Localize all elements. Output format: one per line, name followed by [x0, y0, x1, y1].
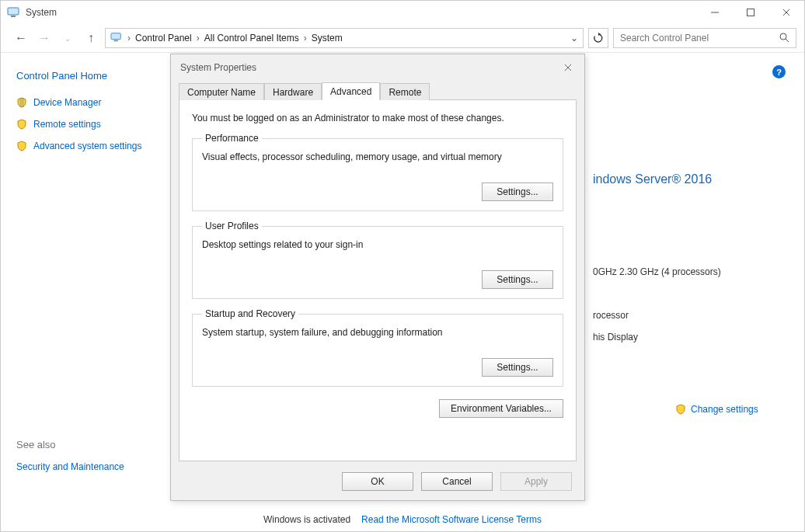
user-profiles-settings-button[interactable]: Settings...	[482, 270, 553, 289]
breadcrumb-2[interactable]: System	[312, 33, 343, 43]
legend-startup-recovery: Startup and Recovery	[202, 308, 298, 319]
maximize-button[interactable]	[733, 1, 768, 24]
spec-cpu: 0GHz 2.30 GHz (4 processors)	[593, 261, 786, 283]
system-specs: 0GHz 2.30 GHz (4 processors) rocessor hi…	[593, 261, 786, 348]
address-bar[interactable]: › Control Panel › All Control Panel Item…	[105, 28, 584, 48]
license-terms-link[interactable]: Read the Microsoft Software License Term…	[361, 514, 542, 525]
tab-computer-name[interactable]: Computer Name	[179, 83, 264, 100]
sep-icon: ›	[304, 33, 307, 43]
dialog-titlebar: System Properties	[171, 54, 584, 81]
search-input[interactable]	[620, 33, 772, 43]
system-icon-small	[110, 32, 123, 45]
help-icon[interactable]: ?	[772, 65, 786, 78]
sidebar-item-label: Remote settings	[33, 119, 101, 130]
see-also-heading: See also	[16, 439, 172, 450]
svg-point-8	[780, 33, 786, 40]
dialog-title: System Properties	[180, 62, 256, 73]
shield-icon	[675, 404, 686, 415]
close-button[interactable]	[768, 1, 804, 24]
system-icon	[7, 6, 21, 19]
search-box[interactable]	[613, 28, 796, 48]
svg-rect-0	[8, 8, 19, 15]
svg-line-9	[786, 39, 789, 42]
tab-panel-advanced: You must be logged on as an Administrato…	[179, 99, 577, 461]
breadcrumb-1[interactable]: All Control Panel Items	[204, 33, 299, 43]
tab-remote[interactable]: Remote	[380, 83, 430, 100]
search-icon	[779, 32, 789, 45]
fieldset-user-profiles: User Profiles Desktop settings related t…	[192, 221, 563, 299]
spec-proc: rocessor	[593, 304, 786, 326]
fieldset-startup-recovery: Startup and Recovery System startup, sys…	[192, 308, 563, 387]
window-title: System	[26, 7, 57, 18]
fieldset-performance: Performance Visual effects, processor sc…	[192, 133, 563, 211]
breadcrumb-0[interactable]: Control Panel	[135, 33, 192, 43]
svg-rect-1	[11, 16, 16, 17]
environment-variables-button[interactable]: Environment Variables...	[439, 399, 563, 418]
back-button[interactable]: ←	[12, 31, 30, 45]
shield-icon	[16, 97, 27, 108]
sep-icon: ›	[197, 33, 200, 43]
admin-note: You must be logged on as an Administrato…	[192, 113, 563, 123]
sidebar: Control Panel Home Device Manager Remote…	[1, 53, 172, 508]
forward-button[interactable]: →	[35, 31, 54, 45]
shield-icon	[16, 119, 27, 130]
recent-dropdown[interactable]: ⌄	[58, 34, 77, 43]
legend-performance: Performance	[202, 133, 262, 144]
shield-icon	[16, 141, 27, 151]
svg-rect-6	[111, 33, 120, 39]
performance-desc: Visual effects, processor scheduling, me…	[202, 151, 553, 162]
sidebar-item-device-manager[interactable]: Device Manager	[16, 97, 172, 108]
activation-status: Windows is activated	[263, 514, 350, 525]
up-button[interactable]: ↑	[82, 31, 100, 45]
startup-recovery-desc: System startup, system failure, and debu…	[202, 327, 553, 338]
system-window: System ← → ⌄ ↑ › Control Panel › All Con…	[0, 0, 805, 532]
refresh-button[interactable]	[588, 28, 608, 48]
change-settings-link[interactable]: Change settings	[675, 404, 786, 415]
sidebar-item-advanced-settings[interactable]: Advanced system settings	[16, 141, 172, 151]
control-panel-home-link[interactable]: Control Panel Home	[16, 70, 172, 82]
svg-rect-3	[748, 9, 754, 16]
titlebar: System	[1, 1, 804, 24]
sidebar-item-remote-settings[interactable]: Remote settings	[16, 119, 172, 130]
svg-rect-7	[114, 40, 118, 41]
windows-edition-text: indows Server® 2016	[593, 172, 786, 186]
minimize-button[interactable]	[697, 1, 733, 24]
sidebar-item-label: Device Manager	[33, 97, 101, 108]
sidebar-item-label: Advanced system settings	[33, 141, 141, 151]
dialog-close-button[interactable]	[561, 61, 575, 75]
legend-user-profiles: User Profiles	[202, 221, 262, 231]
ok-button[interactable]: OK	[342, 472, 413, 491]
cancel-button[interactable]: Cancel	[421, 472, 493, 491]
change-settings-label: Change settings	[691, 404, 758, 415]
address-dropdown[interactable]: ⌄	[570, 33, 578, 43]
startup-recovery-settings-button[interactable]: Settings...	[482, 358, 553, 377]
apply-button[interactable]: Apply	[500, 472, 572, 491]
tab-advanced[interactable]: Advanced	[322, 82, 380, 100]
sep-icon: ›	[127, 33, 131, 43]
system-properties-dialog: System Properties Computer Name Hardware…	[170, 54, 585, 501]
performance-settings-button[interactable]: Settings...	[482, 183, 553, 201]
dialog-button-row: OK Cancel Apply	[171, 468, 584, 500]
spec-display: his Display	[593, 326, 786, 348]
tab-hardware[interactable]: Hardware	[264, 83, 322, 100]
activation-footer: Windows is activated Read the Microsoft …	[1, 508, 804, 531]
security-maintenance-link[interactable]: Security and Maintenance	[16, 461, 172, 472]
dialog-tabs: Computer Name Hardware Advanced Remote	[171, 81, 584, 99]
nav-toolbar: ← → ⌄ ↑ › Control Panel › All Control Pa…	[1, 24, 804, 52]
user-profiles-desc: Desktop settings related to your sign-in	[202, 239, 553, 250]
